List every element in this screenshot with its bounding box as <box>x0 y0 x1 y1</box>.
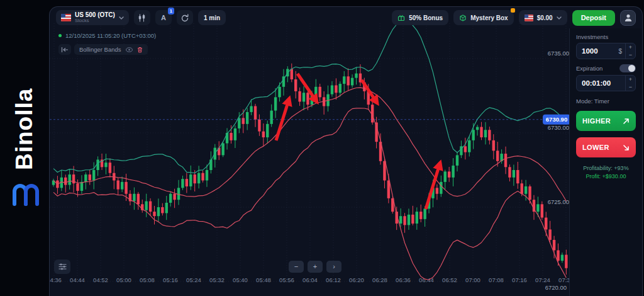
svg-text:05:56: 05:56 <box>279 276 294 283</box>
us-flag-icon <box>61 14 71 21</box>
zoom-out-button[interactable]: − <box>289 261 304 273</box>
toggle-knob <box>628 65 635 72</box>
svg-text:6725.00: 6725.00 <box>548 198 569 205</box>
sliders-icon <box>58 263 67 270</box>
mystery-box-label: Mystery Box <box>470 14 508 21</box>
lower-label: LOWER <box>582 144 609 151</box>
svg-text:07:16: 07:16 <box>512 276 527 283</box>
chevron-down-icon <box>557 16 562 20</box>
expiration-toggle[interactable] <box>619 64 636 72</box>
zoom-in-button[interactable]: + <box>308 261 323 273</box>
investment-input[interactable]: 1000 <box>582 47 618 55</box>
svg-text:06:20: 06:20 <box>349 276 364 283</box>
asset-type: Stocks <box>75 18 89 23</box>
chart-datetime: 12/10/2025 11:05:20 (UTC+03:00) <box>65 32 156 39</box>
indicator-name: Bollinger Bands <box>79 46 121 53</box>
mode-text: Mode: Timer <box>576 98 636 105</box>
expiration-increase-button[interactable]: + <box>626 76 635 83</box>
svg-text:6730.00: 6730.00 <box>548 124 569 131</box>
compare-refresh-button[interactable] <box>177 10 193 25</box>
profitability-text: Profitability: +93% <box>576 165 636 171</box>
expiration-stepper: + − <box>625 76 635 91</box>
profile-avatar[interactable] <box>620 10 636 26</box>
topbar: US 500 (OTC) Stocks A 1 <box>50 7 642 28</box>
trade-panel: Investments 1000 $ + − Expiration 00:01:… <box>569 28 642 296</box>
mystery-box-icon <box>459 14 467 21</box>
candlestick-chart-icon <box>138 14 146 22</box>
lower-button[interactable]: LOWER <box>576 137 636 157</box>
expiration-field[interactable]: 00:01:00 + − <box>576 75 636 91</box>
expiration-label: Expiration <box>576 65 602 72</box>
svg-text:06:04: 06:04 <box>303 276 318 283</box>
svg-text:07:24: 07:24 <box>535 276 550 283</box>
svg-text:05:08: 05:08 <box>140 276 155 283</box>
collapse-left-icon <box>61 47 69 53</box>
chart-settings-button[interactable] <box>54 259 70 274</box>
svg-text:6735.00: 6735.00 <box>548 50 569 57</box>
svg-text:04:44: 04:44 <box>70 276 85 283</box>
expiration-decrease-button[interactable]: − <box>626 83 635 91</box>
investment-stepper: + − <box>625 43 635 59</box>
trading-window: US 500 (OTC) Stocks A 1 <box>49 6 643 296</box>
chart-meta: 12/10/2025 11:05:20 (UTC+03:00) Bollinge… <box>58 32 156 55</box>
higher-button[interactable]: HIGHER <box>576 111 636 131</box>
svg-text:05:32: 05:32 <box>209 276 225 283</box>
deposit-button[interactable]: Deposit <box>572 10 615 26</box>
chart-type-button[interactable] <box>134 10 150 25</box>
collapse-indicators-button[interactable] <box>58 44 71 55</box>
account-balance: $0.00 <box>537 14 553 21</box>
svg-text:05:16: 05:16 <box>163 276 178 283</box>
chart-zoom-controls: − + › <box>289 261 341 273</box>
profit-text: Profit: +$930.00 <box>576 173 636 179</box>
gift-icon <box>397 14 405 21</box>
delete-trash-icon[interactable] <box>137 47 143 53</box>
drawing-tools-button[interactable]: A 1 <box>155 10 172 25</box>
indicator-chip[interactable]: Bollinger Bands <box>74 44 148 55</box>
investment-field[interactable]: 1000 $ + − <box>576 43 636 59</box>
bonus-label: 50% Bonus <box>409 14 443 21</box>
svg-text:06:28: 06:28 <box>372 276 387 283</box>
svg-text:05:00: 05:00 <box>116 276 131 283</box>
screen: Binolla US 500 (OTC) Stocks <box>0 0 644 296</box>
svg-text:6730.90: 6730.90 <box>546 116 567 123</box>
live-dot <box>58 34 62 37</box>
mystery-box-button[interactable]: Mystery Box <box>453 10 513 25</box>
expiration-input[interactable]: 00:01:00 <box>582 79 625 87</box>
svg-text:6720.00: 6720.00 <box>545 284 567 291</box>
bonus-button[interactable]: 50% Bonus <box>392 10 448 25</box>
chevron-down-icon <box>119 16 124 20</box>
svg-text:07:00: 07:00 <box>465 276 480 283</box>
person-icon <box>624 13 633 22</box>
svg-text:04:52: 04:52 <box>93 276 108 283</box>
marker-tool-icon: A <box>161 14 166 21</box>
arrow-down-right-icon <box>623 144 630 151</box>
svg-text:04:36: 04:36 <box>50 276 62 283</box>
svg-text:06:12: 06:12 <box>326 276 341 283</box>
currency-symbol: $ <box>618 48 622 55</box>
svg-text:05:24: 05:24 <box>186 276 201 283</box>
svg-text:06:44: 06:44 <box>419 276 434 283</box>
visibility-eye-icon[interactable] <box>126 47 133 52</box>
higher-label: HIGHER <box>582 117 611 125</box>
scroll-right-button[interactable]: › <box>326 261 341 273</box>
arrow-up-right-icon <box>623 118 630 125</box>
svg-text:07:08: 07:08 <box>489 276 504 283</box>
svg-text:06:52: 06:52 <box>442 276 457 283</box>
svg-text:06:36: 06:36 <box>396 276 411 283</box>
timeframe-button[interactable]: 1 min <box>198 10 226 25</box>
investment-increase-button[interactable]: + <box>626 43 635 51</box>
drawing-tools-badge: 1 <box>168 8 174 14</box>
account-flag-icon <box>525 14 533 21</box>
mystery-box-badge <box>511 8 515 13</box>
brand-name: Binolla <box>11 33 38 170</box>
brand-logo-icon <box>10 180 39 207</box>
investment-decrease-button[interactable]: − <box>626 51 635 59</box>
account-balance-selector[interactable]: $0.00 <box>519 10 567 25</box>
svg-text:05:48: 05:48 <box>256 276 271 283</box>
refresh-icon <box>180 14 189 22</box>
asset-selector[interactable]: US 500 (OTC) Stocks <box>56 10 129 25</box>
brand-sidebar: Binolla <box>0 0 49 296</box>
investments-label: Investments <box>576 33 636 40</box>
svg-text:05:40: 05:40 <box>233 276 248 283</box>
